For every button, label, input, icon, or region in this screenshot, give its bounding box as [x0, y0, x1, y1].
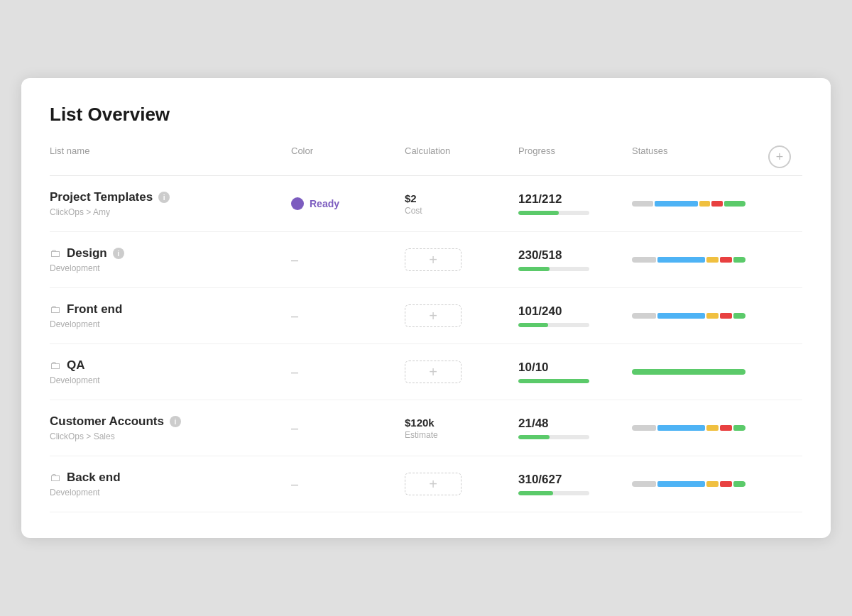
calculation-label: Cost: [405, 206, 518, 216]
folder-icon: 🗀: [50, 471, 61, 484]
statuses-cell: [632, 201, 768, 207]
progress-fraction: 230/518: [518, 248, 632, 263]
list-name-cell: Customer AccountsiClickOps > Sales: [50, 414, 291, 441]
color-cell: –: [291, 421, 405, 436]
add-calculation-button[interactable]: +: [405, 361, 462, 383]
status-segment: [711, 201, 722, 207]
table-body: Project TemplatesiClickOps > AmyReady$2C…: [50, 176, 802, 512]
statuses-cell: [632, 313, 768, 319]
breadcrumb: ClickOps > Sales: [50, 431, 291, 441]
color-dot[interactable]: [291, 197, 304, 210]
progress-bar-fill: [518, 267, 550, 271]
status-segment: [733, 481, 746, 487]
progress-bar-fill: [518, 491, 553, 495]
col-header-color: Color: [291, 145, 405, 168]
folder-icon: 🗀: [50, 247, 61, 260]
statuses-cell: [632, 425, 768, 431]
status-segment: [733, 257, 746, 263]
progress-cell: 230/518: [518, 248, 632, 271]
info-icon[interactable]: i: [113, 248, 124, 259]
add-column-header[interactable]: +: [768, 145, 802, 168]
status-segment: [657, 481, 706, 487]
calculation-cell: $120kEstimate: [405, 417, 518, 440]
list-name-cell: 🗀QADevelopment: [50, 358, 291, 385]
add-calculation-button[interactable]: +: [405, 304, 462, 327]
color-dash: –: [291, 421, 298, 436]
table-row: 🗀DesigniDevelopment–+230/518: [50, 232, 802, 288]
progress-cell: 101/240: [518, 304, 632, 327]
status-segment: [720, 481, 732, 487]
list-name-text[interactable]: QA: [67, 358, 85, 373]
status-segment: [699, 201, 710, 207]
calculation-cell: +: [405, 473, 518, 495]
table-row: Customer AccountsiClickOps > Sales–$120k…: [50, 400, 802, 456]
list-name-cell: 🗀DesigniDevelopment: [50, 246, 291, 273]
info-icon[interactable]: i: [170, 416, 181, 427]
progress-fraction: 101/240: [518, 304, 632, 319]
progress-fraction: 21/48: [518, 417, 632, 431]
color-cell: –: [291, 253, 405, 268]
progress-cell: 10/10: [518, 361, 632, 383]
list-name-cell: 🗀Front endDevelopment: [50, 302, 291, 329]
status-segment: [632, 257, 656, 263]
status-segment: [655, 201, 698, 207]
status-segment: [632, 201, 653, 207]
calculation-cell: $2Cost: [405, 192, 518, 216]
progress-bar-background: [518, 323, 589, 327]
add-column-button[interactable]: +: [768, 145, 791, 168]
status-segment: [733, 313, 746, 319]
info-icon[interactable]: i: [158, 192, 170, 203]
calculation-cell: +: [405, 304, 518, 327]
calculation-value: $120k: [405, 417, 518, 429]
col-header-calculation: Calculation: [405, 145, 518, 168]
status-segment: [720, 425, 732, 431]
status-segment: [632, 313, 656, 319]
status-segment: [733, 425, 746, 431]
status-segment: [720, 257, 732, 263]
color-dash: –: [291, 253, 298, 268]
statuses-cell: [632, 369, 768, 375]
status-bar: [632, 201, 746, 207]
status-segment: [632, 425, 656, 431]
table-header: List name Color Calculation Progress Sta…: [50, 145, 802, 176]
color-cell: Ready: [291, 197, 405, 210]
col-header-progress: Progress: [518, 145, 632, 168]
table-row: 🗀QADevelopment–+10/10: [50, 344, 802, 400]
color-cell: –: [291, 477, 405, 492]
calculation-label: Estimate: [405, 430, 518, 440]
status-segment: [657, 425, 706, 431]
list-name-text[interactable]: Back end: [67, 471, 121, 485]
statuses-cell: [632, 481, 768, 487]
add-calculation-button[interactable]: +: [405, 473, 462, 495]
breadcrumb: Development: [50, 488, 291, 497]
table-row: 🗀Front endDevelopment–+101/240: [50, 288, 802, 344]
status-segment: [632, 481, 656, 487]
status-segment: [706, 257, 719, 263]
status-bar: [632, 257, 746, 263]
list-name-text[interactable]: Customer Accounts: [50, 414, 164, 429]
status-segment: [632, 369, 746, 375]
progress-fraction: 10/10: [518, 361, 632, 375]
list-name-text[interactable]: Project Templates: [50, 190, 153, 204]
calculation-cell: +: [405, 248, 518, 271]
progress-bar-background: [518, 267, 589, 271]
progress-bar-fill: [518, 323, 548, 327]
color-label[interactable]: Ready: [310, 198, 339, 209]
col-header-list-name: List name: [50, 145, 291, 168]
status-bar: [632, 369, 746, 375]
list-name-cell: Project TemplatesiClickOps > Amy: [50, 190, 291, 217]
progress-bar-background: [518, 491, 589, 495]
add-calculation-button[interactable]: +: [405, 248, 462, 271]
status-bar: [632, 481, 746, 487]
status-segment: [724, 201, 746, 207]
progress-bar-fill: [518, 211, 559, 215]
progress-bar-fill: [518, 379, 589, 383]
list-name-text[interactable]: Design: [67, 246, 107, 260]
progress-cell: 21/48: [518, 417, 632, 439]
status-segment: [706, 481, 719, 487]
color-dash: –: [291, 365, 298, 380]
statuses-cell: [632, 257, 768, 263]
list-name-text[interactable]: Front end: [67, 302, 122, 317]
breadcrumb: Development: [50, 375, 291, 385]
status-segment: [720, 313, 732, 319]
